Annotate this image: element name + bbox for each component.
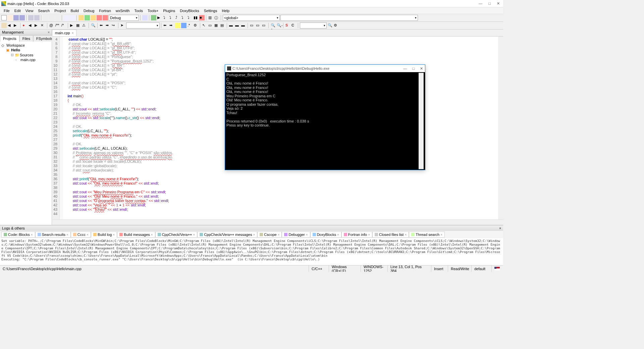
doxy-run-icon[interactable]: ▶ — [70, 23, 75, 28]
menu-file[interactable]: File — [1, 8, 12, 13]
hl-back-icon[interactable]: ⬅ — [163, 23, 168, 28]
log-tab-close[interactable]: × — [151, 233, 153, 237]
log-tab-cppcheck-vera-[interactable]: CppCheck/Vera++× — [155, 232, 198, 238]
paste-icon[interactable] — [55, 15, 60, 20]
log-tab-fortran-info[interactable]: Fortran info× — [341, 232, 372, 238]
project-node[interactable]: Hello — [11, 48, 20, 52]
project-tree[interactable]: ◇Workspace ▣Hello ⊟📁Sources ▫main.cpp — [0, 42, 52, 225]
info-icon[interactable]: ⓘ — [214, 15, 219, 20]
doxy-html-icon[interactable]: ▦ — [76, 23, 81, 28]
abbrev1-icon[interactable]: ▬ — [229, 23, 234, 28]
log-tab-close[interactable]: × — [368, 233, 370, 237]
log-tab-close[interactable]: × — [193, 233, 195, 237]
console-close[interactable]: ✕ — [420, 66, 423, 71]
doxy-line-icon[interactable]: /* — [61, 23, 66, 28]
abbrev3-icon[interactable]: ▬ — [241, 23, 246, 28]
view-icon[interactable]: ▦ — [214, 23, 219, 28]
hl-fwd-icon[interactable]: ➡ — [169, 23, 174, 28]
vscrollbar[interactable] — [498, 37, 503, 219]
tab-close-icon[interactable]: × — [72, 31, 74, 35]
ts-search-icon[interactable]: 🔍 — [327, 23, 333, 28]
console-window[interactable]: C:\Users\Franco\Desktop\cb\cpp\Hello\bin… — [225, 64, 425, 170]
console-output[interactable]: Portuguese_Brazil.1252 C Olá, meu nome é… — [226, 73, 419, 169]
zoom-out-icon[interactable]: 🔍- — [276, 23, 282, 28]
run-icon[interactable] — [85, 15, 90, 20]
jump-back-icon[interactable]: ⬅ — [99, 23, 105, 28]
workspace-node[interactable]: Workspace — [6, 43, 25, 47]
incsearch-icon[interactable]: ➤ — [120, 23, 125, 28]
minimize-button[interactable]: — — [479, 1, 482, 6]
source-c-icon[interactable]: C — [291, 23, 297, 28]
find-in-files-icon[interactable]: 🔍 — [91, 23, 96, 28]
find-icon[interactable] — [64, 15, 69, 20]
log-tab-close[interactable]: × — [31, 233, 33, 237]
build-target-combo[interactable]: Debug▾ — [109, 15, 139, 21]
log-tab-close[interactable]: × — [87, 233, 89, 237]
console-scrollbar[interactable] — [419, 73, 424, 169]
jump-fwd-icon[interactable]: ➡ — [105, 23, 111, 28]
copy-icon[interactable] — [49, 15, 54, 20]
nassi2-icon[interactable]: ▭ — [256, 23, 261, 28]
prev-bookmark-icon[interactable]: ◀ — [7, 23, 13, 28]
menu-project[interactable]: Project — [52, 8, 68, 13]
sources-node[interactable]: Sources — [20, 53, 33, 57]
log-tab-debugger[interactable]: Debugger× — [282, 232, 310, 238]
bookmark-icon[interactable] — [1, 23, 7, 28]
log-tab-close[interactable]: × — [113, 233, 115, 237]
highlight-icon[interactable] — [175, 23, 180, 28]
log-tab-close[interactable]: × — [337, 233, 339, 237]
build-icon[interactable] — [78, 15, 84, 20]
next-bp-icon[interactable]: ▶ — [34, 23, 40, 28]
source-s-icon[interactable]: S — [285, 23, 290, 28]
menu-search[interactable]: Search — [36, 8, 52, 13]
next-line-icon[interactable]: ⤵ — [163, 15, 168, 20]
doxy-warn-icon[interactable]: ⚠ — [82, 23, 87, 28]
new-file-icon[interactable] — [1, 15, 7, 20]
log-tab-build-log[interactable]: Build log× — [91, 232, 117, 238]
prev-bp-icon[interactable]: ◀ — [28, 23, 34, 28]
next-instr-icon[interactable]: ⤵ — [181, 15, 186, 20]
menu-tools[interactable]: Tools+ — [145, 8, 161, 13]
step-out-icon[interactable]: ⤴ — [175, 15, 180, 20]
menu-build[interactable]: Build — [68, 8, 81, 13]
menu-view[interactable]: View — [23, 8, 36, 13]
log-tab-search-results[interactable]: Search results× — [35, 232, 71, 238]
menu-tools[interactable]: Tools — [132, 8, 145, 13]
rebuild-icon[interactable] — [97, 15, 102, 20]
toggle-breakpoint-icon[interactable]: ● — [22, 23, 28, 28]
log-tab-close[interactable]: × — [278, 233, 280, 237]
cut-icon[interactable] — [43, 15, 48, 20]
log-tab-cccc[interactable]: Cccc× — [71, 232, 91, 238]
break-icon[interactable]: ▮▮ — [193, 15, 199, 20]
console-maximize[interactable]: □ — [412, 66, 415, 71]
hscrollbar[interactable] — [52, 219, 503, 225]
menu-settings[interactable]: Settings — [202, 8, 220, 13]
menu-edit[interactable]: Edit — [12, 8, 23, 13]
search-combo[interactable]: ▾ — [126, 22, 160, 29]
selection-icon[interactable] — [181, 23, 186, 28]
regex-icon[interactable]: .* — [187, 23, 193, 28]
cursor-icon[interactable]: ↖ — [202, 23, 207, 28]
ts-options-icon[interactable]: ⚙ — [333, 23, 339, 28]
debug-run-icon[interactable] — [151, 15, 156, 20]
log-tab-thread-search[interactable]: Thread search× — [409, 232, 445, 238]
menu-debug[interactable]: Debug — [81, 8, 97, 13]
doxy-comment-icon[interactable]: /** — [55, 23, 60, 28]
run-to-cursor-icon[interactable]: ▶ — [157, 15, 162, 20]
log-tab-closed-files-list[interactable]: Closed files list× — [372, 232, 409, 238]
log-tab-doxyblocks[interactable]: DoxyBlocks× — [310, 232, 341, 238]
console-minimize[interactable]: — — [403, 66, 407, 71]
logs-close-icon[interactable]: × — [499, 227, 501, 230]
tab-files[interactable]: Files — [19, 35, 33, 42]
step-into-icon[interactable]: ⤵ — [169, 15, 174, 20]
zoom-in-icon[interactable]: 🔍+ — [270, 23, 276, 28]
symbol-combo[interactable]: ▾ — [280, 15, 418, 21]
log-tab-close[interactable]: × — [253, 233, 255, 237]
clear-bp-icon[interactable]: ✕ — [40, 23, 46, 28]
menu-help[interactable]: Help — [219, 8, 232, 13]
log-tab-close[interactable]: × — [405, 233, 407, 237]
log-tab-close[interactable]: × — [440, 233, 442, 237]
options-icon[interactable]: ⚙ — [193, 23, 199, 28]
language-flag-icon[interactable] — [494, 267, 500, 270]
scope-combo[interactable]: <global>▾ — [223, 15, 280, 21]
